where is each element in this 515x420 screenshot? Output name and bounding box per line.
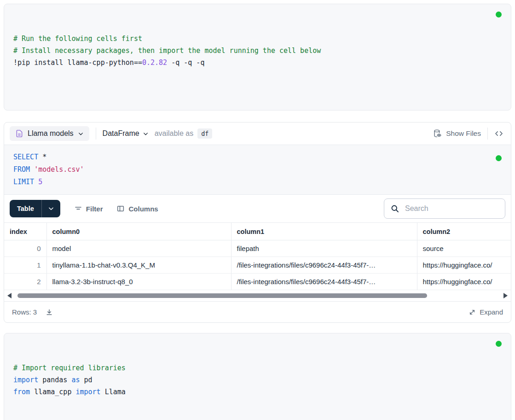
show-files-label: Show Files [446, 129, 481, 138]
data-source-label: Llama models [28, 129, 74, 138]
table-cell: /files-integrations/files/c9696c24-44f3-… [231, 274, 417, 290]
horizontal-scrollbar[interactable] [4, 290, 511, 301]
download-icon [45, 308, 53, 316]
expand-icon [469, 309, 476, 316]
table-cell: https://huggingface.co/ [417, 274, 511, 290]
chevron-down-icon [143, 131, 149, 137]
sql-editor[interactable]: SELECT *FROM 'models.csv'LIMIT 5 [4, 145, 511, 195]
search-input[interactable] [404, 204, 499, 213]
scroll-left-arrow-icon[interactable] [7, 293, 12, 298]
table-cell: /files-integrations/files/c9696c24-44f3-… [231, 257, 417, 274]
file-icon [15, 129, 23, 138]
header-divider [487, 128, 488, 140]
code-line: # Run the following cells first [13, 33, 502, 45]
notebook-canvas: # Run the following cells first# Install… [0, 0, 515, 420]
filter-label: Filter [86, 205, 103, 213]
data-source-dropdown[interactable]: Llama models [10, 126, 89, 141]
row-index-cell: 0 [4, 240, 46, 257]
code-line: # Install necessary packages, then impor… [13, 45, 502, 57]
dataframe-footer: Rows: 3 Expand [4, 301, 511, 322]
header-divider [96, 128, 96, 140]
code-cell-imports[interactable]: # Import required librariesimport pandas… [4, 333, 511, 420]
row-index-cell: 1 [4, 257, 46, 274]
code-line: FROM 'models.csv' [13, 163, 502, 176]
table-cell: llama-3.2-3b-instruct-q8_0 [46, 274, 231, 290]
column-header-index[interactable]: index [4, 223, 46, 240]
column-header-column0[interactable]: column0 [46, 223, 231, 240]
table-header-row: indexcolumn0column1column2 [4, 223, 511, 240]
table-cell: filepath [231, 240, 417, 257]
row-index-cell: 2 [4, 274, 46, 290]
chevron-down-icon [78, 131, 84, 137]
return-type-label: DataFrame [103, 129, 139, 138]
columns-icon [116, 204, 125, 213]
filter-icon [74, 204, 82, 213]
scrollbar-track[interactable] [14, 293, 501, 298]
dataframe-toolbar: Table Filter Columns [4, 195, 511, 222]
expand-label: Expand [480, 308, 503, 316]
table-cell: model [46, 240, 231, 257]
code-editor[interactable]: # Import required librariesimport pandas… [13, 362, 502, 398]
code-brackets-icon [494, 129, 503, 138]
chevron-down-icon[interactable] [42, 200, 60, 217]
dataframe-table: indexcolumn0column1column2 0modelfilepat… [4, 222, 511, 290]
column-header-column1[interactable]: column1 [231, 223, 417, 240]
dataframe-variable-chip: df [197, 128, 212, 139]
view-mode-label[interactable]: Table [10, 200, 41, 217]
code-view-toggle-button[interactable] [494, 129, 503, 138]
columns-label: Columns [128, 205, 158, 213]
table-cell: https://huggingface.co/ [417, 257, 511, 274]
table-body: 0modelfilepathsource1tinyllama-1.1b-chat… [4, 240, 511, 290]
scroll-right-arrow-icon[interactable] [503, 293, 508, 298]
database-eye-icon [433, 129, 442, 138]
code-cell-install[interactable]: # Run the following cells first# Install… [4, 4, 511, 111]
columns-button[interactable]: Columns [116, 204, 158, 213]
download-button[interactable] [45, 308, 53, 316]
code-editor[interactable]: # Run the following cells first# Install… [13, 33, 502, 69]
code-line: from llama_cpp import Llama [13, 386, 502, 398]
code-line: LIMIT 5 [13, 176, 502, 188]
expand-button[interactable]: Expand [469, 308, 503, 316]
table-row: 0modelfilepathsource [4, 240, 511, 257]
table-row: 1tinyllama-1.1b-chat-v0.3.Q4_K_M/files-i… [4, 257, 511, 274]
sql-block-header: Llama models DataFrame available as df [4, 122, 511, 145]
code-line: # Import required libraries [13, 362, 502, 374]
cell-status-success-dot [496, 155, 502, 161]
available-as-label: available as [155, 129, 194, 138]
code-line: !pip install llama-cpp-python==0.2.82 -q… [13, 57, 502, 69]
column-header-column2[interactable]: column2 [417, 223, 511, 240]
table-cell: source [417, 240, 511, 257]
sql-block: Llama models DataFrame available as df [4, 122, 511, 323]
rows-count-label: Rows: 3 [12, 308, 37, 316]
table-row: 2llama-3.2-3b-instruct-q8_0/files-integr… [4, 274, 511, 290]
table-cell: tinyllama-1.1b-chat-v0.3.Q4_K_M [46, 257, 231, 274]
sql-code-lines[interactable]: SELECT *FROM 'models.csv'LIMIT 5 [13, 151, 502, 188]
cell-status-success-dot [496, 341, 502, 347]
search-icon [390, 204, 399, 213]
return-type-dropdown[interactable]: DataFrame [103, 129, 149, 138]
view-mode-split-button[interactable]: Table [10, 200, 60, 217]
filter-button[interactable]: Filter [74, 204, 103, 213]
cell-status-success-dot [496, 12, 502, 18]
table-search[interactable] [384, 198, 505, 219]
scrollbar-thumb[interactable] [17, 293, 427, 298]
code-line: import pandas as pd [13, 374, 502, 386]
show-files-button[interactable]: Show Files [433, 129, 481, 138]
code-line: SELECT * [13, 151, 502, 163]
